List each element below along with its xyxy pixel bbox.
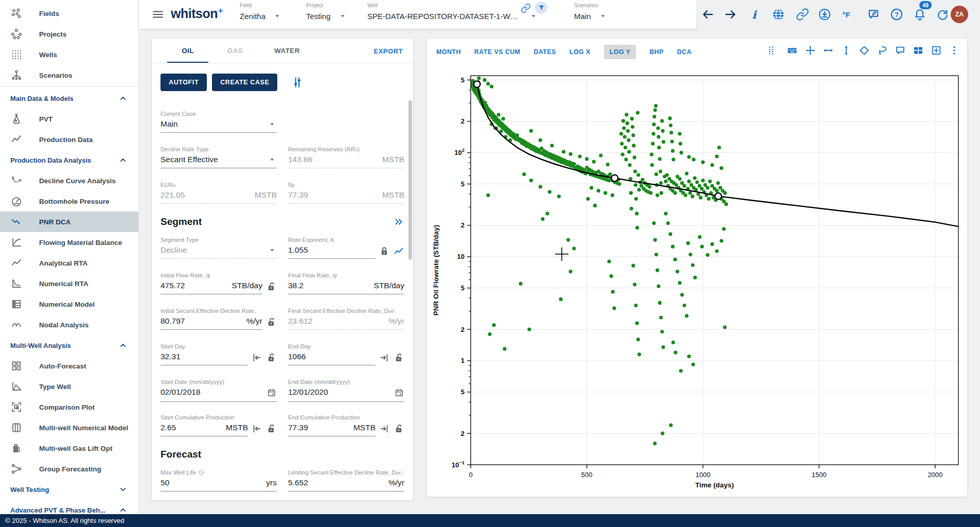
- sidebar-item-scenarios[interactable]: Scenarios: [0, 65, 138, 85]
- chevron-up-icon[interactable]: [118, 93, 128, 103]
- field-selector[interactable]: FieldZenitha: [240, 2, 282, 21]
- keyboard-icon[interactable]: [787, 45, 798, 56]
- trend-chart-icon[interactable]: [393, 245, 404, 257]
- sidebar-item-type-well[interactable]: Type Well: [0, 376, 138, 397]
- segment-type-input[interactable]: Decline: [161, 245, 277, 259]
- sidebar-item-projects[interactable]: Projects: [0, 24, 138, 44]
- lock-open-icon[interactable]: [393, 423, 404, 434]
- help-icon[interactable]: ?: [890, 8, 903, 21]
- forward-arrow-icon[interactable]: [724, 8, 737, 21]
- lock-closed-icon[interactable]: [379, 245, 390, 257]
- filter-icon[interactable]: [535, 2, 547, 14]
- sidebar-item-multi-well-gas-lift-opt[interactable]: Multi-well Gas Lift Opt: [0, 438, 138, 459]
- caret-down-icon[interactable]: [268, 119, 277, 129]
- temp-unit-icon[interactable]: °F: [840, 8, 853, 21]
- sidebar-section-production-data-analysis[interactable]: Production Data Analysis: [0, 150, 138, 170]
- calendar-icon[interactable]: [394, 388, 404, 398]
- drag-dots-icon[interactable]: [765, 45, 777, 56]
- sidebar-item-analytical-rta[interactable]: Analytical RTA: [0, 253, 138, 273]
- start-day-input[interactable]: 32.31: [161, 352, 248, 365]
- lock-open-icon[interactable]: [265, 317, 277, 328]
- sidebar-item-numerical-model[interactable]: Numerical Model: [0, 294, 138, 314]
- project-selector[interactable]: ProjectTesting: [306, 2, 347, 21]
- globe-icon[interactable]: [772, 8, 785, 21]
- sidebar-item-decline-curve-analysis[interactable]: Decline Curve Analysis: [0, 170, 138, 191]
- link-icon[interactable]: [796, 8, 809, 21]
- chart-tab-log-x[interactable]: LOG X: [569, 45, 591, 59]
- fit-screen-icon[interactable]: [931, 45, 942, 56]
- caret-down-icon[interactable]: [273, 11, 282, 21]
- max-well-life-input[interactable]: 50yrs: [161, 478, 277, 491]
- remaining-reserves-input[interactable]: 143.66MSTB: [288, 155, 404, 168]
- rate-exponent-input[interactable]: 1.055: [288, 245, 376, 259]
- table-icon[interactable]: [913, 45, 924, 56]
- sidebar-item-group-forecasting[interactable]: Group Forecasting: [0, 459, 138, 479]
- dca-plot[interactable]: 5210252105215210−10500100015002000Time (…: [427, 62, 967, 497]
- feedback-icon[interactable]: [867, 8, 880, 21]
- chevron-down-icon[interactable]: [118, 484, 128, 495]
- caret-down-icon[interactable]: [338, 11, 347, 21]
- initial-secant-decline-rate-input[interactable]: 80.797%/yr: [161, 317, 262, 330]
- diamond-icon[interactable]: [859, 45, 870, 56]
- tab-oil[interactable]: OIL: [164, 39, 211, 63]
- help-circle-icon[interactable]: ?: [198, 469, 205, 476]
- scenarios-selector[interactable]: ScenariosMain: [574, 2, 608, 21]
- arrows-vertical-icon[interactable]: [841, 45, 852, 56]
- start-date-input[interactable]: 02/01/2018: [161, 388, 277, 402]
- chevron-up-icon[interactable]: [118, 505, 128, 514]
- sidebar-item-production-data[interactable]: Production Data: [0, 129, 138, 150]
- sidebar-section-advanced-pvt-phase-beh[interactable]: Advanced PVT & Phase Beh...: [0, 500, 138, 514]
- sidebar-item-pnr-dca[interactable]: PNR DCA: [0, 212, 138, 232]
- info-icon[interactable]: i: [747, 8, 761, 21]
- sidebar-section-well-testing[interactable]: Well Testing: [0, 479, 138, 500]
- chart-tab-bhp[interactable]: BHP: [649, 45, 664, 59]
- caret-down-icon[interactable]: [598, 11, 608, 21]
- eur-o-input[interactable]: 221.05MSTB: [161, 190, 277, 204]
- caret-down-icon[interactable]: [268, 155, 277, 164]
- limiting-secant-decline-rate-input[interactable]: 5.652%/yr: [288, 478, 404, 491]
- start-cumulative-production-input[interactable]: 2.65MSTB: [161, 423, 248, 436]
- lock-open-icon[interactable]: [393, 352, 404, 363]
- move-icon[interactable]: [805, 45, 816, 56]
- initial-flow-rate-input[interactable]: 475.72STB/day: [161, 281, 262, 294]
- chart-tab-month[interactable]: MONTH: [436, 45, 461, 59]
- double-chevron-icon[interactable]: [393, 216, 404, 227]
- sidebar-section-multi-well-analysis[interactable]: Multi-Well Analysis: [0, 335, 138, 356]
- lock-open-icon[interactable]: [265, 281, 277, 292]
- chart-tab-dates[interactable]: DATES: [533, 45, 556, 59]
- sidebar-item-comparison-plot[interactable]: Comparison Plot: [0, 397, 138, 417]
- form-scrollbar-thumb[interactable]: [408, 100, 412, 260]
- lock-open-icon[interactable]: [265, 352, 277, 363]
- np-input[interactable]: 77.39MSTB: [288, 190, 404, 204]
- dots-vertical-icon[interactable]: [949, 45, 960, 56]
- sidebar-item-pvt[interactable]: PVT: [0, 109, 138, 129]
- caret-down-icon[interactable]: [268, 245, 277, 255]
- tab-water[interactable]: WATER: [259, 39, 315, 63]
- end-day-input[interactable]: 1066: [288, 352, 376, 365]
- chevron-up-icon[interactable]: [118, 340, 128, 350]
- sidebar-item-fields[interactable]: Fields: [0, 3, 138, 24]
- export-button[interactable]: EXPORT: [374, 39, 403, 63]
- lasso-icon[interactable]: [877, 45, 888, 56]
- chart-tab-log-y[interactable]: LOG Y: [604, 45, 636, 59]
- autofit-button[interactable]: AUTOFIT: [161, 74, 207, 91]
- sidebar-item-flowing-material-balance[interactable]: Flowing Material Balance: [0, 232, 138, 253]
- well-selector[interactable]: WellSPE-DATA-REPOSITORY-DATASET-1-WELL-9…: [367, 2, 538, 21]
- chevron-up-icon[interactable]: [118, 155, 128, 165]
- skip-end-icon[interactable]: [379, 423, 390, 434]
- avatar[interactable]: ZA: [951, 6, 968, 23]
- tab-gas[interactable]: GAS: [211, 39, 259, 63]
- calendar-icon[interactable]: [266, 388, 277, 398]
- tune-icon[interactable]: [291, 76, 304, 89]
- chart-tab-dca[interactable]: DCA: [677, 45, 691, 59]
- form-scrollbar[interactable]: [408, 69, 412, 491]
- arrows-horizontal-icon[interactable]: [823, 45, 834, 56]
- skip-end-icon[interactable]: [379, 352, 390, 363]
- sidebar-item-multi-well-numerical-model[interactable]: Multi-well Numerical Model: [0, 417, 138, 438]
- create-case-button[interactable]: CREATE CASE: [212, 74, 277, 91]
- sidebar-item-nodal-analysis[interactable]: Nodal Analysis: [0, 314, 138, 335]
- sidebar-item-auto-forecast[interactable]: Auto-Forecast: [0, 356, 138, 376]
- refresh-icon[interactable]: [936, 8, 949, 21]
- final-secant-decline-rate-input[interactable]: 23.612%/yr: [288, 317, 404, 330]
- sidebar-item-wells[interactable]: Wells: [0, 44, 138, 65]
